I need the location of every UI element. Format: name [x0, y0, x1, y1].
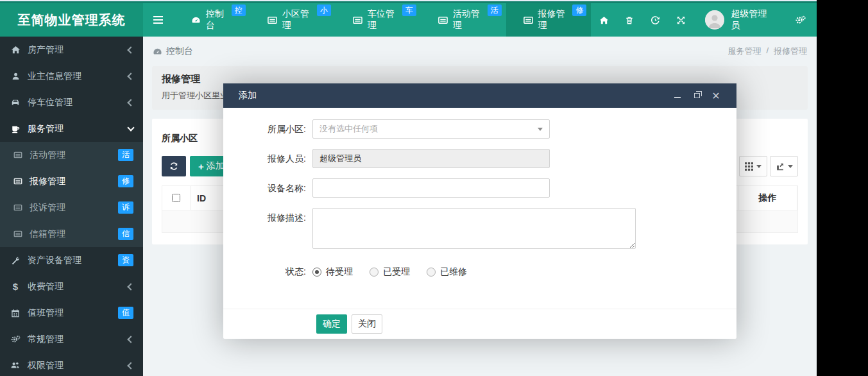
sidebar-item-duty[interactable]: 值班管理 值	[0, 300, 143, 326]
status-radio-repaired[interactable]: 已维修	[427, 266, 467, 278]
calendar-icon	[10, 309, 21, 318]
status-option-label: 已维修	[440, 266, 467, 278]
confirm-button[interactable]: 确定	[316, 314, 347, 334]
sidebar-item-fees[interactable]: $ 收费管理	[0, 273, 143, 300]
plus-icon: +	[198, 162, 204, 171]
device-label: 设备名称:	[223, 178, 312, 198]
export-icon	[776, 162, 785, 171]
menu-badge: 活	[118, 149, 133, 161]
list-icon	[523, 15, 533, 25]
radio-icon	[427, 268, 436, 277]
modal-header[interactable]: 添加 ✕	[223, 83, 736, 108]
form-row-device: 设备名称:	[223, 178, 736, 198]
nav-item-activity[interactable]: 活动管理 活	[421, 3, 506, 37]
list-icon	[12, 151, 24, 159]
grid-icon	[745, 162, 753, 171]
menu-badge: 修	[118, 175, 133, 187]
caret-down-icon	[756, 165, 762, 168]
sidebar-item-label: 常规管理	[28, 334, 128, 345]
refresh-button[interactable]	[162, 156, 186, 176]
close-icon[interactable]: ✕	[711, 90, 721, 101]
menu-badge: 资	[118, 254, 133, 266]
sidebar-toggle-button[interactable]	[143, 3, 174, 37]
home-icon[interactable]	[591, 3, 617, 37]
nav-item-community[interactable]: 小区管理 小	[250, 3, 336, 37]
wrench-icon	[10, 256, 21, 265]
breadcrumb-left[interactable]: 控制台	[166, 46, 193, 57]
radio-icon	[312, 268, 321, 277]
export-button[interactable]	[770, 156, 798, 176]
sidebar-item-repair[interactable]: 报修管理 修	[0, 168, 143, 194]
status-radio-pending[interactable]: 待受理	[312, 266, 353, 278]
sidebar-item-label: 房产管理	[28, 44, 128, 56]
modal-title: 添加	[239, 90, 257, 101]
radio-icon	[370, 268, 379, 277]
avatar	[705, 10, 724, 30]
nav-item-console[interactable]: 控制台 控	[174, 3, 250, 37]
sidebar-item-label: 信箱管理	[30, 228, 118, 240]
dollar-icon: $	[10, 282, 21, 291]
form-row-community: 所属小区: 没有选中任何项	[223, 119, 736, 139]
table-header-action[interactable]: 操作	[738, 186, 797, 210]
nav-badge: 控	[232, 4, 246, 16]
sidebar-item-assets[interactable]: 资产设备管理 资	[0, 247, 143, 273]
sidebar-item-label: 权限管理	[28, 360, 128, 372]
list-icon	[12, 177, 24, 185]
sidebar-item-label: 活动管理	[30, 150, 118, 161]
sidebar: 房产管理 业主信息管理 停车位管理 服务管理 活动	[0, 37, 143, 376]
sidebar-item-label: 停车位管理	[28, 97, 128, 108]
app-logo[interactable]: 至简物业管理系统	[0, 3, 143, 37]
breadcrumb-parent[interactable]: 服务管理	[728, 46, 761, 57]
close-button[interactable]: 关闭	[352, 314, 382, 334]
sidebar-item-label: 服务管理	[28, 123, 128, 135]
community-select[interactable]: 没有选中任何项	[312, 119, 550, 139]
nav-item-label: 小区管理	[282, 8, 318, 31]
select-all-checkbox[interactable]	[172, 194, 180, 202]
user-icon	[10, 72, 21, 81]
minimize-icon[interactable]	[672, 90, 683, 101]
add-repair-modal: 添加 ✕ 所属小区: 没有选中任何项 报修人员: 设备名称:	[223, 83, 736, 339]
columns-toggle-button[interactable]	[739, 156, 767, 176]
list-icon	[353, 15, 362, 25]
top-header: 至简物业管理系统 控制台 控 小区管理 小 车	[0, 3, 817, 37]
cogs-icon	[10, 335, 21, 344]
nav-item-repair[interactable]: 报修管理 修	[506, 3, 591, 37]
table-tools	[739, 156, 798, 176]
sidebar-item-parking-space[interactable]: 停车位管理	[0, 89, 143, 115]
community-select-placeholder: 没有选中任何项	[319, 123, 538, 135]
user-menu[interactable]: 超级管理员	[694, 3, 787, 37]
sidebar-item-owner-info[interactable]: 业主信息管理	[0, 63, 143, 89]
nav-badge: 修	[572, 4, 586, 16]
sidebar-item-service[interactable]: 服务管理	[0, 115, 143, 142]
nav-item-label: 车位管理	[368, 8, 404, 31]
caret-down-icon	[538, 128, 543, 131]
sidebar-item-general[interactable]: 常规管理	[0, 326, 143, 352]
table-header-checkbox-cell	[162, 186, 191, 210]
sidebar-item-permissions[interactable]: 权限管理	[0, 352, 143, 376]
fullscreen-icon[interactable]	[668, 3, 694, 37]
sidebar-item-label: 值班管理	[28, 307, 118, 319]
hamburger-icon	[153, 19, 163, 21]
maximize-icon[interactable]	[692, 90, 702, 101]
modal-footer: 确定 关闭	[223, 309, 736, 339]
chevron-left-icon	[127, 46, 134, 53]
sidebar-item-property[interactable]: 房产管理	[0, 37, 143, 63]
description-textarea[interactable]	[312, 208, 636, 249]
modal-body: 所属小区: 没有选中任何项 报修人员: 设备名称: 报修描述: 状态:	[223, 108, 736, 309]
sidebar-item-complaint[interactable]: 投诉管理 诉	[0, 194, 143, 221]
sidebar-item-activity[interactable]: 活动管理 活	[0, 142, 143, 168]
list-icon	[12, 230, 24, 238]
nav-item-parking[interactable]: 车位管理 车	[336, 3, 421, 37]
sidebar-item-mailbox[interactable]: 信箱管理 信	[0, 221, 143, 247]
status-radio-accepted[interactable]: 已受理	[370, 266, 410, 278]
settings-gears-icon[interactable]	[787, 3, 813, 37]
list-icon	[268, 15, 277, 25]
trash-icon[interactable]	[617, 3, 642, 37]
device-input[interactable]	[312, 178, 550, 198]
nav-item-label: 报修管理	[538, 8, 574, 31]
list-icon	[12, 203, 24, 212]
history-icon[interactable]	[642, 3, 668, 37]
car-icon	[10, 98, 21, 107]
reporter-input[interactable]	[312, 149, 550, 168]
coffee-cup-icon	[10, 124, 21, 133]
